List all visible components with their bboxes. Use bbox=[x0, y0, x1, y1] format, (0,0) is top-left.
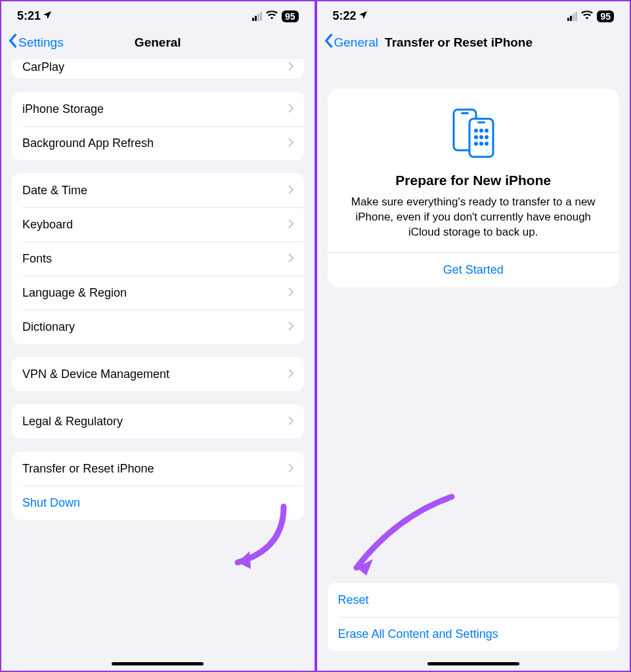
svg-point-6 bbox=[485, 129, 489, 133]
battery-level: 95 bbox=[597, 10, 614, 22]
status-bar: 5:22 95 bbox=[317, 1, 630, 28]
row-label: Date & Time bbox=[22, 184, 87, 198]
settings-group: VPN & Device Management bbox=[12, 357, 304, 391]
svg-rect-3 bbox=[477, 121, 485, 123]
chevron-right-icon bbox=[288, 60, 294, 74]
settings-group: CarPlay bbox=[12, 59, 304, 79]
status-time: 5:21 bbox=[17, 9, 41, 23]
chevron-right-icon bbox=[288, 286, 294, 300]
row-label: VPN & Device Management bbox=[22, 368, 169, 381]
row-label: Legal & Regulatory bbox=[22, 415, 123, 429]
chevron-right-icon bbox=[288, 184, 294, 198]
svg-point-5 bbox=[479, 129, 483, 133]
get-started-button[interactable]: Get Started bbox=[338, 253, 609, 287]
back-button[interactable]: General bbox=[324, 33, 379, 51]
settings-group: Date & Time Keyboard Fonts Language & Re… bbox=[12, 173, 304, 344]
row-label: Shut Down bbox=[22, 496, 80, 510]
chevron-right-icon bbox=[288, 368, 294, 381]
svg-point-7 bbox=[474, 135, 478, 139]
status-bar: 5:21 95 bbox=[1, 1, 315, 28]
back-button[interactable]: Settings bbox=[8, 33, 64, 51]
svg-point-11 bbox=[479, 142, 483, 146]
page-title: General bbox=[135, 35, 181, 50]
row-label: Background App Refresh bbox=[22, 136, 154, 150]
row-fonts[interactable]: Fonts bbox=[12, 242, 304, 276]
battery-level: 95 bbox=[282, 10, 299, 22]
row-label: Dictionary bbox=[22, 320, 75, 334]
row-vpn-device-mgmt[interactable]: VPN & Device Management bbox=[12, 357, 304, 391]
phone-right: 5:22 95 General Transfer or Reset iPhone bbox=[317, 1, 630, 671]
row-carplay[interactable]: CarPlay bbox=[12, 59, 304, 79]
row-label: Language & Region bbox=[22, 286, 127, 300]
settings-group: Legal & Regulatory bbox=[12, 404, 304, 438]
chevron-right-icon bbox=[288, 320, 294, 334]
content-area: Prepare for New iPhone Make sure everyth… bbox=[317, 59, 630, 671]
row-label: Erase All Content and Settings bbox=[338, 627, 498, 641]
row-shut-down[interactable]: Shut Down bbox=[12, 486, 304, 520]
settings-group: Transfer or Reset iPhone Shut Down bbox=[12, 452, 304, 520]
row-erase-all[interactable]: Erase All Content and Settings bbox=[328, 617, 620, 651]
nav-bar: Settings General bbox=[1, 28, 315, 59]
row-dictionary[interactable]: Dictionary bbox=[12, 310, 304, 344]
chevron-left-icon bbox=[8, 33, 17, 51]
row-label: Transfer or Reset iPhone bbox=[22, 462, 154, 476]
chevron-right-icon bbox=[288, 136, 294, 150]
cellular-signal-icon bbox=[252, 12, 262, 21]
location-icon bbox=[42, 10, 53, 22]
row-reset[interactable]: Reset bbox=[328, 583, 620, 617]
phone-left: 5:21 95 Settings General CarPlay bbox=[1, 1, 315, 671]
page-title: Transfer or Reset iPhone bbox=[385, 35, 533, 50]
back-label: General bbox=[334, 35, 379, 50]
location-icon bbox=[358, 10, 368, 22]
chevron-right-icon bbox=[288, 252, 294, 266]
home-indicator[interactable] bbox=[112, 662, 204, 665]
card-description: Make sure everything's ready to transfer… bbox=[338, 195, 609, 240]
cellular-signal-icon bbox=[567, 12, 577, 21]
chevron-right-icon bbox=[288, 218, 294, 232]
row-label: iPhone Storage bbox=[22, 102, 104, 116]
bottom-actions-group: Reset Erase All Content and Settings bbox=[328, 583, 620, 651]
back-label: Settings bbox=[18, 35, 64, 50]
svg-point-12 bbox=[485, 142, 489, 146]
svg-point-4 bbox=[474, 129, 478, 133]
svg-point-8 bbox=[479, 135, 483, 139]
svg-rect-1 bbox=[461, 112, 469, 114]
svg-point-9 bbox=[485, 135, 489, 139]
row-background-refresh[interactable]: Background App Refresh bbox=[12, 126, 304, 160]
home-indicator[interactable] bbox=[427, 662, 519, 665]
chevron-right-icon bbox=[288, 462, 294, 476]
card-title: Prepare for New iPhone bbox=[338, 173, 609, 188]
row-legal-regulatory[interactable]: Legal & Regulatory bbox=[12, 404, 304, 438]
chevron-right-icon bbox=[288, 415, 294, 429]
row-language-region[interactable]: Language & Region bbox=[12, 276, 304, 310]
row-label: Fonts bbox=[22, 252, 52, 266]
svg-point-10 bbox=[474, 142, 478, 146]
row-label: CarPlay bbox=[22, 60, 64, 74]
chevron-left-icon bbox=[324, 33, 333, 51]
nav-bar: General Transfer or Reset iPhone bbox=[317, 28, 630, 59]
wifi-icon bbox=[581, 9, 593, 23]
row-date-time[interactable]: Date & Time bbox=[12, 173, 304, 207]
prepare-card: Prepare for New iPhone Make sure everyth… bbox=[328, 89, 620, 287]
row-transfer-reset[interactable]: Transfer or Reset iPhone bbox=[12, 452, 304, 486]
transfer-devices-icon bbox=[338, 107, 609, 162]
row-label: Reset bbox=[338, 593, 369, 607]
status-time: 5:22 bbox=[333, 9, 357, 23]
wifi-icon bbox=[266, 9, 278, 23]
row-keyboard[interactable]: Keyboard bbox=[12, 207, 304, 242]
settings-list[interactable]: CarPlay iPhone Storage Background App Re… bbox=[1, 59, 315, 671]
row-label: Keyboard bbox=[22, 218, 73, 232]
row-iphone-storage[interactable]: iPhone Storage bbox=[12, 92, 304, 126]
chevron-right-icon bbox=[288, 102, 294, 116]
settings-group: iPhone Storage Background App Refresh bbox=[12, 92, 304, 160]
